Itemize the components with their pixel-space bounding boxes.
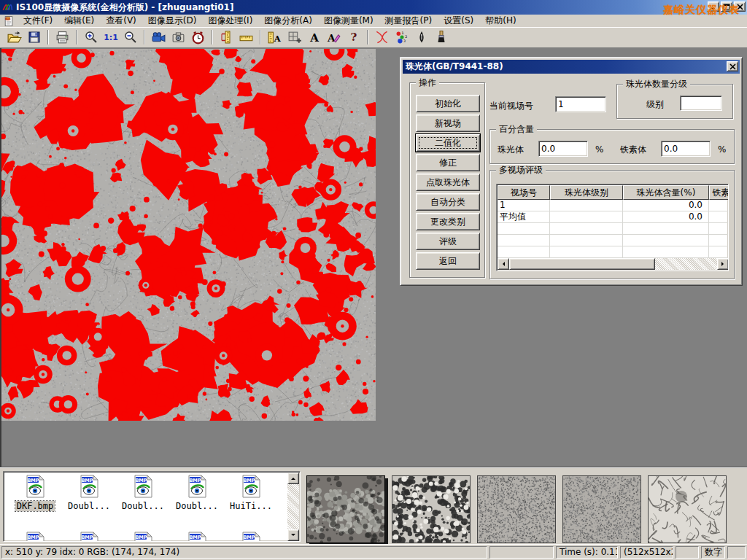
menu-item[interactable]: 测量报告(P): [379, 14, 438, 28]
svg-text:BMP: BMP: [81, 534, 93, 540]
menu-item[interactable]: 图像显示(D): [142, 14, 203, 28]
photo-camera-icon[interactable]: [169, 28, 188, 47]
help-icon[interactable]: ?: [344, 28, 363, 47]
zoom-out-icon[interactable]: [120, 28, 140, 47]
file-item[interactable]: BMPDKF.bmp: [8, 475, 62, 511]
save-icon[interactable]: [24, 28, 44, 47]
table-cell: 1: [498, 200, 550, 211]
grading-table[interactable]: 视场号珠光体级别珠光体含量(%)铁素体含量(%) 10.0平均值0.0: [496, 184, 729, 271]
file-item[interactable]: BMP: [170, 532, 224, 542]
file-list-scrollbar[interactable]: [287, 472, 299, 541]
micrograph-thumb-4[interactable]: [562, 475, 641, 543]
menu-item[interactable]: 文件(F): [18, 14, 58, 28]
table-row[interactable]: [498, 235, 729, 246]
svg-text:BMP: BMP: [189, 478, 201, 483]
title-bar[interactable]: IS100显微摄像系统(金相分析版) - [zhuguangti01]: [0, 0, 747, 15]
text-edit-icon[interactable]: A: [324, 28, 344, 47]
menu-item[interactable]: 查看(V): [100, 14, 142, 28]
brush-icon[interactable]: [431, 28, 451, 47]
file-item[interactable]: BMP: [224, 532, 278, 542]
micrograph-thumb-1[interactable]: [306, 475, 385, 543]
table-column-header[interactable]: 珠光体级别: [550, 185, 623, 200]
scroll-right-button[interactable]: [717, 258, 729, 270]
operation-button[interactable]: 返回: [416, 252, 480, 270]
grade-input[interactable]: [680, 96, 722, 111]
pearlite-percent-input[interactable]: [538, 141, 588, 157]
operation-button[interactable]: 新视场: [416, 114, 480, 132]
file-item[interactable]: BMPDoubl...: [170, 475, 224, 511]
actual-size-icon[interactable]: 1:1: [101, 28, 120, 47]
svg-text:BMP: BMP: [81, 478, 93, 483]
curve-icon[interactable]: [372, 28, 392, 47]
micrograph-thumb-3[interactable]: [477, 475, 556, 543]
grid-icon[interactable]: [285, 28, 304, 47]
percent-group: 百分含量 珠光体 % 铁素体 %: [489, 129, 735, 164]
app-window: IS100显微摄像系统(金相分析版) - [zhuguangti01] 嘉峪关仪…: [0, 0, 747, 560]
caliper-icon[interactable]: [217, 28, 236, 47]
ferrite-percent-input[interactable]: [661, 141, 711, 157]
zoom-in-icon[interactable]: [81, 28, 101, 47]
text-icon[interactable]: A: [304, 28, 324, 47]
pen-icon[interactable]: [411, 28, 431, 47]
file-name: Doubl...: [66, 501, 112, 511]
operation-button[interactable]: 修正: [416, 154, 480, 171]
table-column-header[interactable]: 视场号: [498, 185, 550, 200]
cursor-position-panel: x: 510 y: 79 idx: 0 RGB: (174, 174, 174): [1, 546, 487, 559]
file-item[interactable]: BMPDoubl...: [116, 475, 170, 511]
file-item[interactable]: BMP: [116, 532, 170, 542]
operation-button[interactable]: 更改类别: [416, 213, 480, 230]
menu-item[interactable]: 帮助(H): [479, 14, 522, 28]
scrollbar-track[interactable]: [287, 484, 299, 529]
menu-item[interactable]: 图像分析(A): [258, 14, 318, 28]
table-row[interactable]: 10.0: [498, 200, 729, 211]
micrograph-thumb-5[interactable]: [648, 475, 727, 543]
print-icon[interactable]: [53, 28, 72, 47]
table-row[interactable]: [498, 246, 729, 258]
table-horizontal-scrollbar[interactable]: [498, 258, 729, 270]
measure-text-icon[interactable]: A: [265, 28, 285, 47]
scrollbar-track[interactable]: [655, 258, 717, 270]
dialog-title-bar[interactable]: 珠光体(GB/T9441-88): [403, 60, 740, 74]
menu-item[interactable]: 设置(S): [438, 14, 479, 28]
menu-item[interactable]: 图像测量(M): [318, 14, 379, 28]
file-item[interactable]: BMPHuiTi...: [224, 475, 278, 511]
operation-button[interactable]: 二值化: [416, 134, 480, 152]
file-item[interactable]: BMP: [8, 532, 62, 542]
file-list[interactable]: BMPDKF.bmpBMPDoubl...BMPDoubl...BMPDoubl…: [3, 471, 301, 542]
pearlite-dialog[interactable]: 珠光体(GB/T9441-88) 操作 初始化新视场二值化修正点取珠光体自动分类…: [400, 57, 743, 286]
menu-item[interactable]: 图像处理(I): [202, 14, 258, 28]
file-item[interactable]: BMP: [62, 532, 116, 542]
video-camera-icon[interactable]: [149, 28, 169, 47]
svg-text:DOC: DOC: [5, 17, 11, 20]
operation-button[interactable]: 评级: [416, 233, 480, 250]
document-icon[interactable]: DOC: [1, 15, 16, 27]
classify-icon[interactable]: 123: [392, 28, 411, 47]
table-column-header[interactable]: 珠光体含量(%): [623, 185, 709, 200]
ruler-icon[interactable]: [236, 28, 256, 47]
scrollbar-thumb[interactable]: [509, 258, 655, 270]
scroll-left-button[interactable]: [498, 258, 509, 270]
dialog-close-button[interactable]: [727, 61, 738, 71]
table-column-header[interactable]: 铁素体含量(%): [709, 185, 729, 200]
open-icon[interactable]: [4, 28, 24, 47]
svg-text:A: A: [309, 31, 319, 44]
operations-group: 操作 初始化新视场二值化修正点取珠光体自动分类更改类别评级返回: [409, 82, 485, 278]
toolbar: 1:1AAA?123: [0, 27, 747, 48]
operation-button[interactable]: 点取珠光体: [416, 174, 480, 191]
timer-icon[interactable]: [188, 28, 208, 47]
toolbar-separator: [260, 30, 261, 44]
scroll-down-button[interactable]: [287, 529, 299, 541]
operation-button[interactable]: 自动分类: [416, 193, 480, 211]
grading-table-body: 10.0平均值0.0: [498, 200, 729, 260]
micrograph-thumb-2[interactable]: [392, 475, 471, 543]
table-row[interactable]: 平均值0.0: [498, 211, 729, 223]
menu-item[interactable]: 编辑(E): [58, 14, 100, 28]
file-item[interactable]: BMPDoubl...: [62, 475, 116, 511]
scroll-up-button[interactable]: [287, 472, 299, 484]
table-row[interactable]: [498, 223, 729, 235]
current-field-input[interactable]: [555, 96, 606, 112]
svg-text:BMP: BMP: [135, 534, 147, 540]
operation-button[interactable]: 初始化: [416, 95, 480, 112]
main-image[interactable]: [1, 49, 376, 421]
toolbar-separator: [47, 30, 49, 44]
